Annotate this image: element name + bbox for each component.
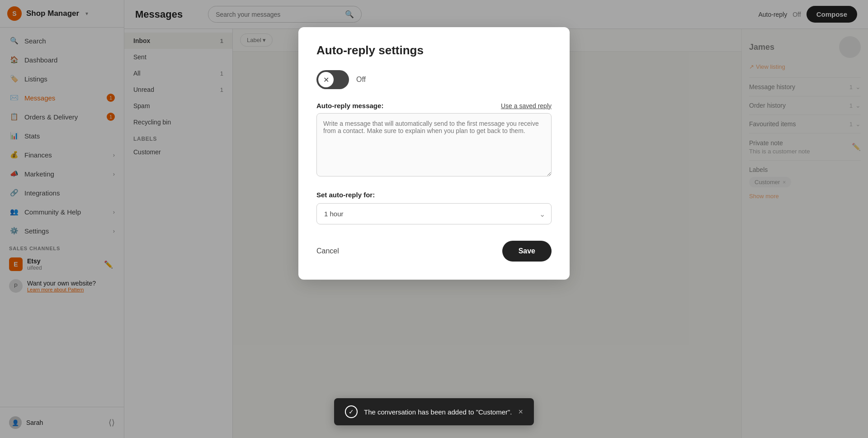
modal-title: Auto-reply settings xyxy=(316,43,552,57)
modal-footer: Cancel Save xyxy=(316,241,552,262)
check-icon: ✓ xyxy=(345,405,358,418)
auto-reply-modal: Auto-reply settings ✕ Off Auto-reply mes… xyxy=(298,27,570,280)
modal-field-header: Auto-reply message: Use a saved reply xyxy=(316,102,552,110)
auto-reply-textarea[interactable] xyxy=(316,113,552,176)
toggle-thumb: ✕ xyxy=(318,72,334,87)
duration-select-wrapper: 1 hour 2 hours 4 hours 8 hours 24 hours … xyxy=(316,203,552,224)
use-saved-reply-link[interactable]: Use a saved reply xyxy=(501,102,552,110)
toast-notification: ✓ The conversation has been added to "Cu… xyxy=(334,398,534,425)
save-button[interactable]: Save xyxy=(502,241,552,262)
toast-message: The conversation has been added to "Cust… xyxy=(364,408,512,416)
set-reply-label: Set auto-reply for: xyxy=(316,191,552,199)
toggle-row: ✕ Off xyxy=(316,70,552,89)
cancel-button[interactable]: Cancel xyxy=(316,247,339,255)
field-label: Auto-reply message: xyxy=(316,102,383,110)
modal-backdrop[interactable]: Auto-reply settings ✕ Off Auto-reply mes… xyxy=(0,0,868,438)
toggle-state-label: Off xyxy=(356,76,366,84)
auto-reply-toggle[interactable]: ✕ xyxy=(316,70,349,89)
toast-close-button[interactable]: × xyxy=(519,407,524,417)
duration-select[interactable]: 1 hour 2 hours 4 hours 8 hours 24 hours xyxy=(316,203,552,224)
